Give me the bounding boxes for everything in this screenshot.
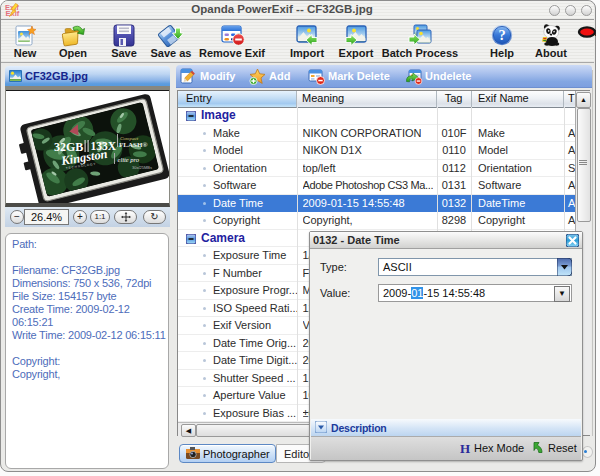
svg-text:elite pro: elite pro [118, 156, 140, 163]
svg-text:30x/25MBs: 30x/25MBs [132, 165, 152, 170]
svg-text:F: F [595, 28, 597, 38]
svg-text:FLASH®: FLASH® [119, 141, 148, 149]
svg-text:?: ? [498, 27, 505, 43]
